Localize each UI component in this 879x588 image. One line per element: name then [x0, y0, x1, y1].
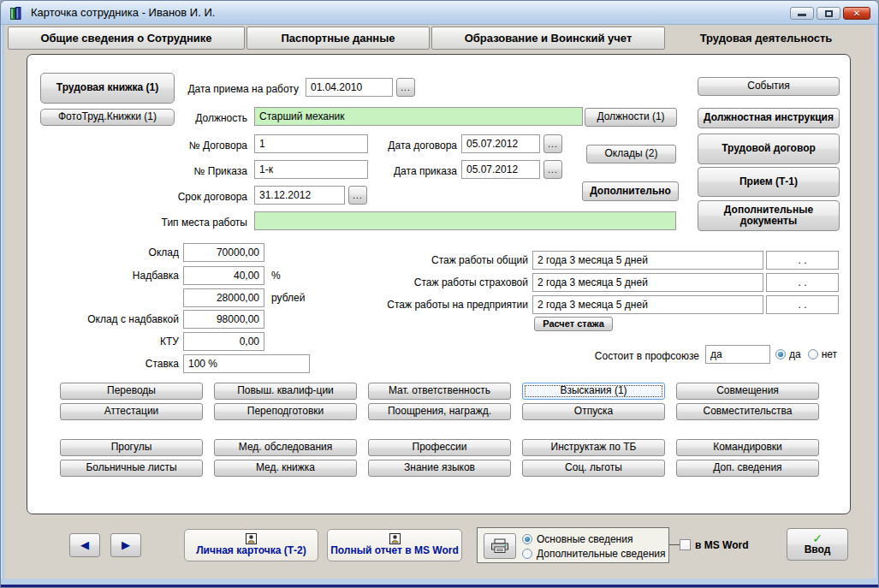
ktu-field[interactable]: 0,00	[183, 332, 264, 351]
events-button[interactable]: События	[698, 77, 840, 96]
maximize-button[interactable]	[817, 7, 840, 20]
salary-with-allowance-field[interactable]: 98000,00	[183, 310, 264, 329]
additional-documents-button[interactable]: Дополнительные документы	[698, 200, 840, 231]
sick-leaves-button[interactable]: Больничные листы	[60, 460, 203, 477]
seniority-insurance-field[interactable]: 2 года 3 месяца 5 дней	[532, 273, 763, 292]
transfers-button[interactable]: Переводы	[60, 383, 203, 400]
print-options-group: Основные сведения Дополнительные сведени…	[477, 527, 669, 563]
social-benefits-button[interactable]: Соц. льготы	[522, 460, 665, 477]
extra-info-button[interactable]: Доп. сведения	[676, 460, 819, 477]
position-field[interactable]: Старший механик	[254, 107, 583, 126]
liability-button[interactable]: Мат. ответственность	[368, 383, 511, 400]
close-button[interactable]: ✕	[843, 7, 870, 20]
vacations-button[interactable]: Отпуска	[522, 403, 665, 420]
hire-date-label: Дата приема на работу	[113, 83, 299, 95]
additional-info-radio[interactable]	[522, 549, 532, 559]
medical-exams-button[interactable]: Мед. обследования	[214, 439, 357, 456]
tab-passport[interactable]: Паспортные данные	[246, 27, 430, 50]
prev-record-button[interactable]: ◀	[69, 533, 100, 557]
seniority-insurance-dates-field[interactable]: . .	[766, 273, 839, 292]
business-trips-button[interactable]: Командировки	[676, 439, 819, 456]
window-frame-right	[875, 25, 878, 587]
contract-no-label: № Договора	[113, 140, 247, 151]
allowance-label: Надбавка	[45, 270, 179, 282]
percent-suffix: %	[271, 270, 281, 282]
contract-date-picker-button[interactable]: ...	[543, 134, 562, 153]
seniority-total-label: Стаж работы общий	[344, 254, 528, 266]
union-no-label: нет	[822, 348, 837, 360]
attestations-button[interactable]: Аттестации	[60, 403, 203, 420]
seniority-total-field[interactable]: 2 года 3 месяца 5 дней	[532, 251, 763, 270]
rate-field[interactable]: 100 %	[183, 354, 310, 373]
union-no-radio[interactable]	[808, 349, 818, 359]
seniority-company-label: Стаж работы на предприятии	[344, 299, 528, 311]
order-date-label: Дата приказа	[387, 165, 457, 177]
green-check-icon: ✓	[812, 533, 823, 543]
contract-no-field[interactable]: 1	[254, 134, 368, 153]
order-no-field[interactable]: 1-к	[254, 160, 368, 179]
main-info-label: Основные сведения	[537, 533, 633, 545]
salaries-button[interactable]: Оклады (2)	[586, 145, 676, 163]
hiring-t1-button[interactable]: Прием (Т-1)	[698, 167, 840, 197]
enter-button[interactable]: ✓ Ввод	[787, 528, 848, 561]
workplace-type-label: Тип места работы	[79, 217, 247, 229]
penalties-button[interactable]: Взыскания (1)	[522, 383, 665, 400]
absences-button[interactable]: Прогулы	[60, 439, 203, 456]
qualification-button[interactable]: Повыш. квалиф-ции	[214, 383, 357, 400]
contract-term-picker-button[interactable]: ...	[348, 186, 367, 205]
window-frame-left	[1, 25, 4, 587]
safety-training-button[interactable]: Инструктаж по ТБ	[522, 439, 665, 456]
tab-labor-activity[interactable]: Трудовая деятельность	[667, 27, 865, 50]
ktu-label: КТУ	[45, 336, 179, 347]
next-arrow-icon: ▶	[122, 539, 130, 551]
contract-term-field[interactable]: 31.12.2012	[254, 186, 345, 205]
order-date-field[interactable]: 05.07.2012	[461, 160, 540, 179]
order-date-picker-button[interactable]: ...	[543, 160, 562, 179]
additional-info-label: Дополнительные сведения	[537, 548, 665, 560]
salary-field[interactable]: 70000,00	[183, 243, 264, 262]
tab-education[interactable]: Образование и Воинский учет	[431, 27, 665, 50]
seniority-company-field[interactable]: 2 года 3 месяца 5 дней	[532, 295, 763, 314]
seniority-calc-button[interactable]: Расчет стажа	[534, 317, 613, 331]
tab-general[interactable]: Общие сведения о Сотруднике	[8, 27, 245, 50]
allowance-rubles-field[interactable]: 28000,00	[183, 288, 264, 307]
seniority-company-dates-field[interactable]: . .	[766, 295, 839, 314]
second-jobs-button[interactable]: Совместительства	[676, 403, 819, 420]
word-checkbox[interactable]	[680, 539, 691, 550]
personal-card-t2-label: Личная карточка (Т-2)	[196, 545, 306, 556]
additional-button[interactable]: Дополнительно	[582, 181, 679, 201]
seniority-insurance-label: Стаж работы страховой	[344, 276, 528, 288]
seniority-total-dates-field[interactable]: . .	[766, 251, 839, 270]
rewards-button[interactable]: Поощрения, награжд.	[368, 403, 511, 420]
job-description-button[interactable]: Должностная инструкция	[698, 108, 840, 128]
group-connector-line	[669, 544, 680, 545]
next-record-button[interactable]: ▶	[110, 533, 141, 557]
rubles-suffix: рублей	[271, 292, 305, 304]
positions-button[interactable]: Должности (1)	[585, 108, 677, 127]
window-frame-bottom-edge	[1, 585, 878, 587]
professions-button[interactable]: Профессии	[368, 439, 511, 456]
print-button[interactable]	[484, 533, 516, 559]
medical-book-button[interactable]: Мед. книжка	[214, 460, 357, 477]
workplace-type-field[interactable]	[254, 211, 676, 230]
main-info-radio[interactable]	[522, 534, 532, 544]
union-label: Состоит в профсоюзе	[541, 350, 699, 362]
hire-date-field[interactable]: 01.04.2010	[306, 78, 393, 97]
employee-card-window: Карточка сотрудника - Иванов И. И. ✕ Общ…	[0, 0, 879, 588]
languages-button[interactable]: Знание языков	[368, 460, 511, 477]
full-report-word-button[interactable]: Полный отчет в MS Word	[327, 529, 462, 561]
minimize-button[interactable]	[790, 7, 814, 20]
union-yes-radio[interactable]	[775, 349, 786, 359]
contract-term-label: Срок договора	[113, 191, 247, 203]
combinations-button[interactable]: Совмещения	[676, 383, 819, 400]
contract-date-field[interactable]: 05.07.2012	[461, 134, 540, 153]
full-report-word-label: Полный отчет в MS Word	[330, 545, 459, 556]
allowance-percent-field[interactable]: 40,00	[183, 266, 264, 285]
personal-card-t2-button[interactable]: Личная карточка (Т-2)	[184, 529, 318, 561]
union-field[interactable]: да	[705, 345, 770, 364]
title-bar[interactable]: Карточка сотрудника - Иванов И. И.	[1, 1, 878, 25]
prev-arrow-icon: ◀	[80, 539, 89, 551]
retraining-button[interactable]: Переподготовки	[214, 403, 357, 420]
hire-date-picker-button[interactable]: ...	[396, 78, 415, 97]
labor-contract-button[interactable]: Трудовой договор	[698, 134, 840, 164]
